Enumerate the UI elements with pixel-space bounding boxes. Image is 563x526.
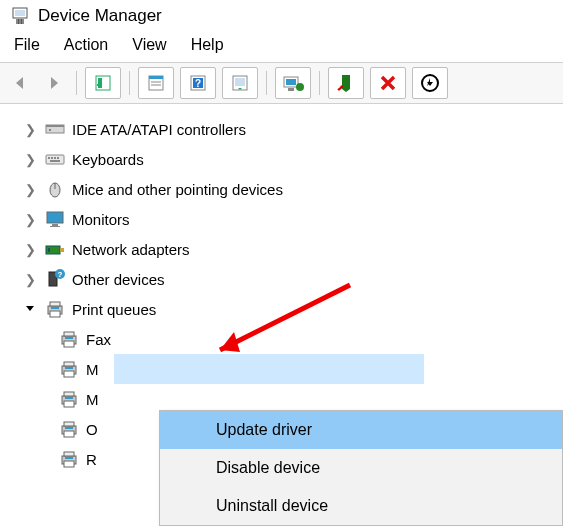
printer-icon <box>58 358 80 380</box>
window-title: Device Manager <box>38 6 162 26</box>
ide-controller-icon <box>44 118 66 140</box>
svg-rect-3 <box>18 19 19 24</box>
svg-rect-27 <box>51 157 53 159</box>
expand-icon[interactable]: ❯ <box>22 182 38 197</box>
other-device-icon: ? <box>44 268 66 290</box>
svg-rect-51 <box>64 362 74 366</box>
svg-rect-4 <box>21 19 22 24</box>
printer-icon <box>58 418 80 440</box>
toolbar-separator <box>76 71 77 95</box>
svg-rect-43 <box>50 302 60 306</box>
tree-item-monitors[interactable]: ❯ Monitors <box>22 204 559 234</box>
menu-help[interactable]: Help <box>191 36 224 54</box>
svg-rect-33 <box>47 212 63 223</box>
context-menu: Update driver Disable device Uninstall d… <box>159 410 563 526</box>
tree-item-label: Fax <box>86 331 111 348</box>
svg-rect-61 <box>65 427 73 429</box>
printer-icon <box>58 388 80 410</box>
svg-rect-44 <box>50 311 60 317</box>
tree-item-label: Keyboards <box>72 151 144 168</box>
scan-hardware-button[interactable] <box>222 67 258 99</box>
forward-button[interactable] <box>40 68 68 98</box>
toolbar-separator <box>129 71 130 95</box>
printer-icon <box>58 328 80 350</box>
menu-view[interactable]: View <box>132 36 166 54</box>
svg-rect-52 <box>64 371 74 377</box>
svg-rect-34 <box>52 224 58 226</box>
toolbar: ? <box>0 62 563 104</box>
svg-rect-56 <box>64 401 74 407</box>
svg-rect-23 <box>46 125 64 127</box>
expand-icon[interactable]: ❯ <box>22 152 38 167</box>
enable-device-button[interactable] <box>328 67 364 99</box>
uninstall-device-button[interactable] <box>370 67 406 99</box>
toolbar-separator <box>319 71 320 95</box>
tree-item-label: Other devices <box>72 271 165 288</box>
tree-item-keyboards[interactable]: ❯ Keyboards <box>22 144 559 174</box>
svg-rect-65 <box>65 457 73 459</box>
menu-bar: File Action View Help <box>0 32 563 62</box>
monitor-icon <box>44 208 66 230</box>
printer-icon <box>44 298 66 320</box>
svg-rect-8 <box>149 76 163 79</box>
properties-button[interactable] <box>138 67 174 99</box>
tree-item-network[interactable]: ❯ Network adapters <box>22 234 559 264</box>
title-bar: Device Manager <box>0 0 563 32</box>
tree-item-label: IDE ATA/ATAPI controllers <box>72 121 246 138</box>
tree-item-label: Monitors <box>72 211 130 228</box>
expand-icon[interactable]: ❯ <box>22 212 38 227</box>
svg-rect-63 <box>64 452 74 456</box>
svg-text:?: ? <box>195 78 201 89</box>
menu-file[interactable]: File <box>14 36 40 54</box>
svg-rect-30 <box>50 160 60 162</box>
svg-rect-38 <box>48 248 50 252</box>
tree-item-label: M <box>86 361 99 378</box>
svg-rect-48 <box>64 341 74 347</box>
svg-rect-15 <box>235 78 245 86</box>
ctx-disable-device[interactable]: Disable device <box>160 449 562 487</box>
svg-rect-60 <box>64 431 74 437</box>
help-button[interactable]: ? <box>180 67 216 99</box>
tree-item-label: Network adapters <box>72 241 190 258</box>
tree-item-mice[interactable]: ❯ Mice and other pointing devices <box>22 174 559 204</box>
expand-icon[interactable]: ❯ <box>22 272 38 287</box>
expand-icon[interactable]: ❯ <box>22 242 38 257</box>
tree-item-label: R <box>86 451 97 468</box>
menu-action[interactable]: Action <box>64 36 108 54</box>
show-hide-console-button[interactable] <box>85 67 121 99</box>
svg-rect-53 <box>65 367 73 369</box>
svg-line-66 <box>220 285 350 350</box>
svg-rect-18 <box>288 88 294 91</box>
update-driver-button[interactable] <box>275 67 311 99</box>
keyboard-icon <box>44 148 66 170</box>
back-button[interactable] <box>6 68 34 98</box>
svg-rect-17 <box>286 79 296 85</box>
tree-item-label: Mice and other pointing devices <box>72 181 283 198</box>
svg-rect-45 <box>51 307 59 309</box>
tree-item-label: Print queues <box>72 301 156 318</box>
collapse-icon[interactable] <box>22 302 38 317</box>
ctx-uninstall-device[interactable]: Uninstall device <box>160 487 562 525</box>
svg-text:?: ? <box>58 270 63 279</box>
svg-rect-29 <box>57 157 59 159</box>
svg-rect-59 <box>64 422 74 426</box>
tree-item-ide[interactable]: ❯ IDE ATA/ATAPI controllers <box>22 114 559 144</box>
expand-icon[interactable]: ❯ <box>22 122 38 137</box>
tree-item-label: O <box>86 421 98 438</box>
svg-rect-47 <box>64 332 74 336</box>
svg-rect-2 <box>16 19 24 24</box>
svg-rect-64 <box>64 461 74 467</box>
network-adapter-icon <box>44 238 66 260</box>
ctx-update-driver[interactable]: Update driver <box>160 411 562 449</box>
scan-changes-button[interactable] <box>412 67 448 99</box>
printer-icon <box>58 448 80 470</box>
svg-rect-1 <box>15 10 25 16</box>
svg-rect-35 <box>50 226 60 227</box>
svg-point-19 <box>296 83 304 91</box>
svg-rect-49 <box>65 337 73 339</box>
device-manager-icon <box>10 6 30 26</box>
svg-rect-37 <box>60 248 64 252</box>
svg-rect-25 <box>46 155 64 164</box>
svg-rect-26 <box>48 157 50 159</box>
tree-item-label: M <box>86 391 99 408</box>
